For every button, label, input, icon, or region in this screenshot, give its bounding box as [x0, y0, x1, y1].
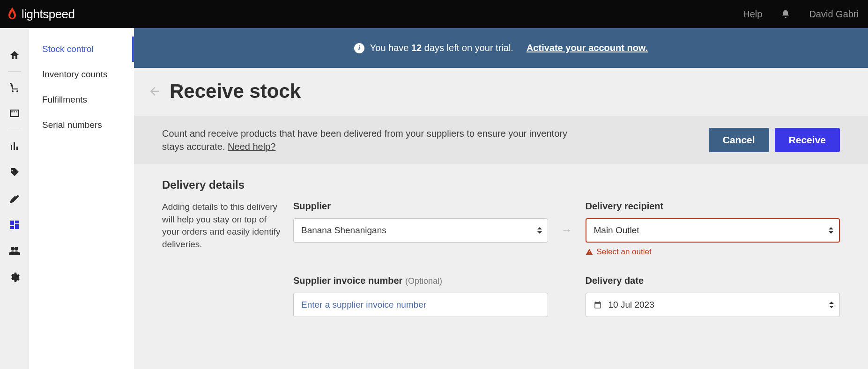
submenu-item-stock-control[interactable]: Stock control [29, 37, 134, 62]
cancel-button[interactable]: Cancel [709, 128, 769, 152]
receive-button[interactable]: Receive [775, 128, 840, 152]
date-label: Delivery date [586, 275, 840, 286]
chevron-updown-icon [537, 227, 542, 234]
submenu-item-serial-numbers[interactable]: Serial numbers [29, 112, 134, 138]
section-help: Adding details to this delivery will hel… [162, 201, 284, 251]
icon-rail [0, 28, 29, 369]
chevron-updown-icon [829, 227, 833, 234]
nav-reports-icon[interactable] [0, 133, 29, 159]
invoice-label: Supplier invoice number (Optional) [293, 275, 548, 286]
recipient-field: Delivery recipient Main Outlet Select an… [586, 201, 840, 257]
section-title: Delivery details [162, 178, 840, 192]
trial-message: You have 12 days left on your trial. [370, 43, 513, 53]
date-field: Delivery date 10 Jul 2023 [586, 275, 840, 317]
logo[interactable]: lightspeed [7, 7, 75, 22]
date-input[interactable]: 10 Jul 2023 [586, 293, 840, 317]
nav-home-icon[interactable] [0, 42, 29, 68]
supplier-select[interactable]: Banana Shenanigans [293, 218, 548, 243]
invoice-field: Supplier invoice number (Optional) Enter… [293, 275, 548, 317]
supplier-label: Supplier [293, 201, 548, 212]
submenu-item-inventory-counts[interactable]: Inventory counts [29, 62, 134, 87]
recipient-label: Delivery recipient [586, 201, 840, 212]
supplier-field: Supplier Banana Shenanigans [293, 201, 548, 243]
nav-tools-icon[interactable] [0, 185, 29, 212]
activate-link[interactable]: Activate your account now. [527, 43, 648, 53]
page-title: Receive stock [170, 80, 301, 103]
calendar-icon [594, 301, 602, 309]
nav-customers-icon[interactable] [0, 238, 29, 264]
submenu: Stock control Inventory counts Fulfillme… [29, 28, 134, 369]
trial-banner: i You have 12 days left on your trial. A… [134, 28, 868, 68]
submenu-item-fulfillments[interactable]: Fulfillments [29, 87, 134, 112]
notifications-icon[interactable] [781, 9, 790, 19]
divider [8, 71, 21, 72]
page-description: Count and receive products that have bee… [162, 127, 574, 153]
nav-inventory-icon[interactable] [0, 212, 29, 238]
warning-icon [586, 248, 593, 256]
nav-catalog-icon[interactable] [0, 101, 29, 127]
back-arrow-icon[interactable] [148, 85, 161, 98]
invoice-input[interactable]: Enter a supplier invoice number [293, 293, 548, 317]
brand-name: lightspeed [22, 7, 75, 22]
recipient-select[interactable]: Main Outlet [586, 218, 840, 243]
help-link[interactable]: Help [743, 9, 762, 20]
recipient-error: Select an outlet [586, 247, 840, 257]
info-icon: i [354, 43, 364, 53]
nav-cart-icon[interactable] [0, 74, 29, 101]
nav-settings-icon[interactable] [0, 264, 29, 290]
arrow-right-icon: → [557, 218, 576, 242]
flame-icon [7, 7, 18, 21]
nav-tag-icon[interactable] [0, 159, 29, 185]
need-help-link[interactable]: Need help? [228, 141, 275, 152]
user-menu[interactable]: David Gabri [809, 9, 859, 20]
divider [8, 130, 21, 130]
chevron-updown-icon [829, 302, 834, 308]
